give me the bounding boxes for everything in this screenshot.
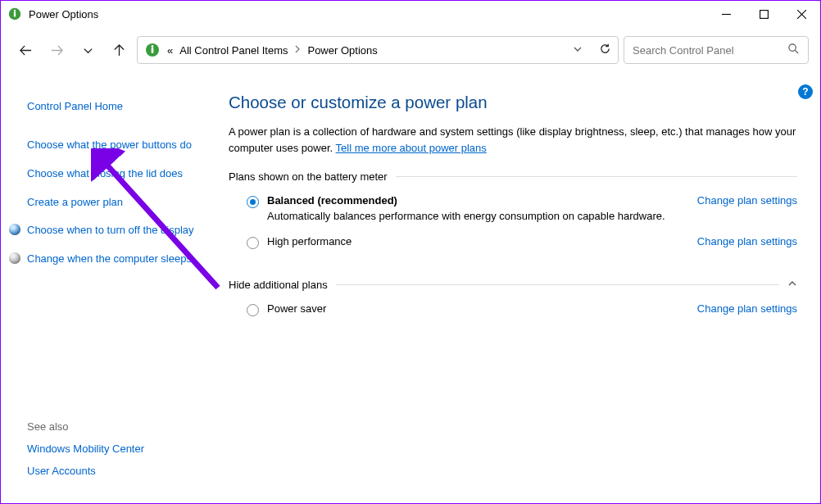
svg-point-2 — [14, 10, 16, 12]
see-also-mobility[interactable]: Windows Mobility Center — [27, 443, 201, 455]
up-button[interactable] — [106, 37, 132, 63]
sidebar-item-power-buttons[interactable]: Choose what the power buttons do — [1, 131, 214, 160]
search-input[interactable] — [633, 44, 787, 57]
display-icon — [9, 224, 20, 235]
breadcrumb-item[interactable]: All Control Panel Items — [179, 44, 288, 57]
see-also-header: See also — [27, 420, 201, 433]
titlebar: Power Options — [1, 1, 820, 27]
group-header: Plans shown on the battery meter — [229, 170, 797, 183]
svg-rect-1 — [14, 11, 16, 16]
breadcrumb-item[interactable]: Power Options — [307, 44, 377, 57]
svg-line-11 — [795, 50, 798, 53]
page-description: A power plan is a collection of hardware… — [229, 124, 797, 156]
navbar: « All Control Panel Items Power Options — [1, 27, 820, 73]
chevron-right-icon — [294, 45, 301, 55]
sidebar: Control Panel Home Choose what the power… — [1, 73, 214, 503]
main-content: ? Choose or customize a power plan A pow… — [214, 73, 820, 503]
plan-balanced[interactable]: Balanced (recommended) Automatically bal… — [229, 194, 797, 235]
radio-button[interactable] — [247, 237, 259, 249]
group-label: Hide additional plans — [229, 279, 328, 291]
recent-dropdown[interactable] — [75, 37, 101, 63]
body: Control Panel Home Choose what the power… — [1, 73, 820, 503]
sidebar-item-turn-off-display[interactable]: Choose when to turn off the display — [1, 216, 214, 245]
back-button[interactable] — [12, 37, 39, 63]
minimize-button[interactable] — [707, 1, 745, 27]
group-header[interactable]: Hide additional plans — [229, 279, 797, 291]
sidebar-home[interactable]: Control Panel Home — [1, 93, 214, 121]
window: Power Options « All Contr — [0, 0, 821, 504]
plan-name: High performance — [267, 235, 697, 247]
maximize-button[interactable] — [745, 1, 782, 27]
plan-description: Automatically balances performance with … — [267, 210, 697, 222]
sidebar-item-create-plan[interactable]: Create a power plan — [1, 188, 214, 217]
radio-button[interactable] — [247, 304, 259, 316]
sidebar-footer: See also Windows Mobility Center User Ac… — [1, 420, 214, 503]
desc-link[interactable]: Tell me more about power plans — [336, 142, 487, 154]
plan-high-performance[interactable]: High performance Change plan settings — [229, 235, 797, 262]
see-also-user-accounts[interactable]: User Accounts — [27, 465, 201, 477]
plan-power-saver[interactable]: Power saver Change plan settings — [229, 302, 797, 329]
desc-text: A power plan is a collection of hardware… — [229, 125, 796, 154]
sidebar-item-label: Choose when to turn off the display — [27, 224, 194, 236]
app-icon — [7, 7, 22, 21]
plan-name: Balanced (recommended) — [267, 194, 697, 207]
sidebar-item-computer-sleeps[interactable]: Change when the computer sleeps — [1, 245, 214, 274]
chevron-up-icon[interactable] — [787, 279, 797, 291]
address-icon — [144, 42, 161, 58]
change-plan-settings-link[interactable]: Change plan settings — [697, 194, 797, 207]
svg-point-9 — [152, 45, 154, 48]
plan-name: Power saver — [267, 302, 697, 315]
sidebar-item-label: Change when the computer sleeps — [27, 252, 192, 265]
search-icon[interactable] — [787, 43, 800, 57]
plans-shown-group: Plans shown on the battery meter Balance… — [229, 170, 797, 262]
group-label: Plans shown on the battery meter — [229, 170, 388, 183]
help-icon[interactable]: ? — [798, 84, 813, 99]
svg-rect-4 — [760, 10, 768, 18]
address-dropdown-icon[interactable] — [573, 44, 583, 57]
svg-rect-8 — [152, 48, 154, 53]
page-title: Choose or customize a power plan — [229, 93, 797, 112]
sidebar-item-closing-lid[interactable]: Choose what closing the lid does — [1, 160, 214, 188]
refresh-button[interactable] — [599, 43, 611, 57]
sleep-icon — [9, 252, 20, 264]
window-title: Power Options — [29, 8, 98, 20]
svg-point-10 — [789, 44, 796, 51]
breadcrumb-prefix: « — [167, 44, 173, 57]
change-plan-settings-link[interactable]: Change plan settings — [697, 302, 797, 315]
radio-button[interactable] — [247, 196, 259, 208]
address-bar[interactable]: « All Control Panel Items Power Options — [137, 36, 619, 64]
forward-button[interactable] — [43, 37, 70, 63]
close-button[interactable] — [782, 1, 820, 27]
search-box[interactable] — [624, 36, 809, 64]
plans-hidden-group: Hide additional plans Power saver Change… — [229, 279, 797, 329]
change-plan-settings-link[interactable]: Change plan settings — [697, 235, 797, 247]
